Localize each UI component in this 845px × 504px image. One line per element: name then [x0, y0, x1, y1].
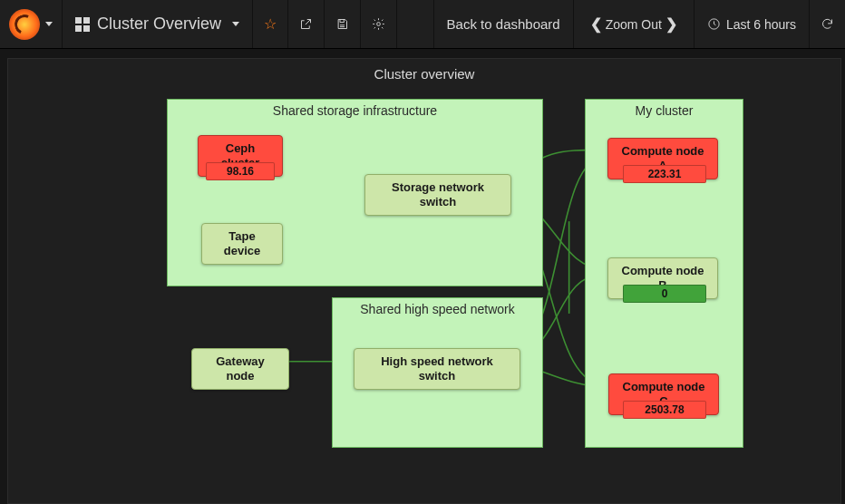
node-storage-switch[interactable]: Storage network switch	[364, 174, 511, 216]
panel-cluster-overview: Cluster overview	[7, 58, 841, 504]
chevron-right-icon: ❯	[662, 15, 681, 33]
dashboard-picker[interactable]: Cluster Overview	[63, 0, 253, 48]
svg-point-0	[377, 23, 381, 26]
topology-diagram[interactable]: Shared storage infrastructure Shared hig…	[8, 85, 840, 493]
chevron-down-icon	[232, 22, 239, 26]
clock-icon	[707, 17, 721, 31]
refresh-button[interactable]	[810, 0, 845, 48]
timerange-label: Last 6 hours	[726, 17, 796, 32]
node-tape-device[interactable]: Tape device	[201, 223, 283, 265]
group-network-title: Shared high speed network	[333, 302, 542, 316]
star-icon: ☆	[264, 15, 277, 33]
save-icon	[335, 17, 349, 31]
node-gateway[interactable]: Gateway node	[191, 348, 289, 390]
node-stswitch-label: Storage network switch	[392, 180, 484, 208]
node-hs-switch[interactable]: High speed network switch	[354, 348, 520, 390]
dashboard-grid-icon	[75, 17, 90, 32]
grafana-logo-icon	[9, 9, 40, 40]
grafana-logo-menu[interactable]	[0, 0, 63, 48]
node-hsswitch-label: High speed network switch	[381, 354, 493, 383]
save-button[interactable]	[325, 0, 361, 48]
badge-compute-a-value: 223.31	[623, 165, 706, 183]
gear-icon	[372, 17, 385, 31]
node-tape-label: Tape device	[224, 229, 260, 257]
panel-title: Cluster overview	[8, 59, 840, 85]
badge-compute-b-value: 0	[623, 285, 706, 303]
back-to-dashboard-button[interactable]: Back to dashboard	[433, 0, 574, 48]
star-button[interactable]: ☆	[253, 0, 288, 48]
group-cluster-title: My cluster	[586, 103, 743, 118]
settings-button[interactable]	[361, 0, 397, 48]
dashboard-title: Cluster Overview	[97, 15, 221, 34]
badge-ceph-value: 98.16	[206, 162, 275, 180]
badge-compute-c-value: 2503.78	[623, 401, 706, 419]
top-navbar: Cluster Overview ☆ Back to dashboard ❮ Z…	[0, 0, 845, 49]
group-storage-title: Shared storage infrastructure	[168, 103, 542, 118]
navbar-spacer	[397, 0, 433, 48]
zoom-out-button[interactable]: ❮ Zoom Out ❯	[574, 0, 694, 48]
zoom-label: Zoom Out	[606, 17, 662, 32]
node-gateway-label: Gateway node	[216, 354, 264, 383]
time-range-picker[interactable]: Last 6 hours	[694, 0, 810, 48]
chevron-down-icon	[45, 22, 53, 26]
share-icon	[299, 17, 313, 31]
back-label: Back to dashboard	[447, 16, 560, 32]
chevron-left-icon: ❮	[587, 15, 606, 33]
refresh-icon	[821, 17, 834, 31]
share-button[interactable]	[288, 0, 325, 48]
